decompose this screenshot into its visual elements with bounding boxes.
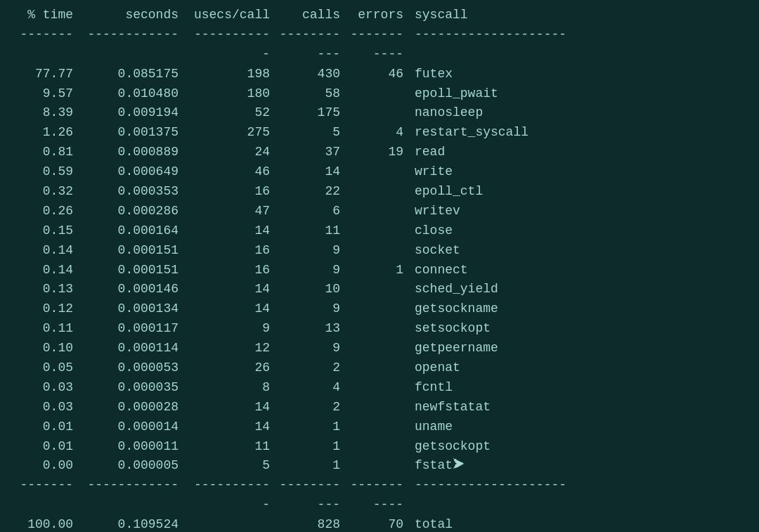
table-row: 9.57 0.010480 180 58 epoll_pwait — [11, 84, 748, 104]
cell-calls: 9 — [278, 241, 349, 261]
table-row: 0.81 0.000889 24 37 19 read — [11, 143, 748, 162]
cell-errors — [349, 437, 412, 457]
syscall-text: close — [415, 223, 453, 238]
cell-seconds: 0.000014 — [82, 417, 187, 437]
cell-syscall: fstat ⮞ — [412, 456, 748, 476]
table-row: 0.12 0.000134 14 9 getsockname — [11, 299, 748, 319]
cell-syscall: getsockopt — [412, 437, 748, 457]
cell-calls: 6 — [278, 202, 349, 221]
cell-syscall: futex — [412, 65, 748, 84]
cell-usecs: 26 — [187, 358, 278, 378]
cell-time: 0.14 — [11, 241, 82, 261]
header-syscall: syscall — [412, 6, 748, 25]
cell-time: 0.15 — [11, 221, 82, 241]
cell-usecs: 16 — [187, 261, 278, 280]
cell-usecs: 180 — [187, 84, 278, 104]
table-row: 8.39 0.009194 52 175 nanosleep — [11, 103, 748, 123]
cell-errors: 19 — [349, 143, 412, 162]
cell-calls: 430 — [278, 65, 349, 84]
table-row: 1.26 0.001375 275 5 4 restart_syscall — [11, 123, 748, 143]
cell-seconds: 0.000134 — [82, 299, 187, 319]
cell-errors — [349, 84, 412, 104]
cell-time: 0.01 — [11, 437, 82, 457]
cell-time: 9.57 — [11, 84, 82, 104]
table-row: 0.32 0.000353 16 22 epoll_ctl — [11, 182, 748, 202]
cell-usecs: 16 — [187, 182, 278, 202]
cell-errors — [349, 202, 412, 221]
cell-syscall: connect — [412, 261, 748, 280]
cell-errors — [349, 339, 412, 358]
table-row: 0.03 0.000028 14 2 newfstatat — [11, 398, 748, 417]
cell-syscall: openat — [412, 358, 748, 378]
cell-time: 0.14 — [11, 261, 82, 280]
cell-seconds: 0.010480 — [82, 84, 187, 104]
cell-time: 0.05 — [11, 358, 82, 378]
table-row: 0.59 0.000649 46 14 write — [11, 162, 748, 182]
total-time: 100.00 — [11, 515, 82, 532]
cell-seconds: 0.000649 — [82, 162, 187, 182]
cell-calls: 58 — [278, 84, 349, 104]
cell-calls: 13 — [278, 319, 349, 339]
divider-time: ------- — [11, 25, 82, 65]
cell-calls: 1 — [278, 417, 349, 437]
bottom-divider-syscall: -------------------- — [412, 476, 748, 515]
cell-errors: 46 — [349, 65, 412, 84]
table-row: 0.26 0.000286 47 6 writev — [11, 202, 748, 221]
cell-seconds: 0.000114 — [82, 339, 187, 358]
cell-calls: 5 — [278, 123, 349, 143]
cell-time: 77.77 — [11, 65, 82, 84]
cell-syscall: uname — [412, 417, 748, 437]
total-errors: 70 — [349, 515, 412, 532]
cell-syscall: sched_yield — [412, 280, 748, 299]
cell-errors — [349, 398, 412, 417]
cell-syscall: socket — [412, 241, 748, 261]
cell-errors — [349, 221, 412, 241]
cell-calls: 9 — [278, 299, 349, 319]
cell-calls: 1 — [278, 456, 349, 476]
top-divider: ------- ------------ ----------- -------… — [11, 25, 748, 65]
cell-seconds: 0.000011 — [82, 437, 187, 457]
cell-usecs: 14 — [187, 221, 278, 241]
cell-syscall: epoll_pwait — [412, 84, 748, 104]
divider-syscall: -------------------- — [412, 25, 748, 65]
divider-calls: ----------- — [278, 25, 349, 65]
cell-seconds: 0.000889 — [82, 143, 187, 162]
syscall-text: write — [415, 164, 453, 179]
cell-time: 0.81 — [11, 143, 82, 162]
cell-calls: 2 — [278, 358, 349, 378]
cell-syscall: close — [412, 221, 748, 241]
cell-calls: 2 — [278, 398, 349, 417]
syscall-text: writev — [415, 204, 460, 218]
total-row: 100.00 0.109524 828 70 total — [11, 515, 748, 532]
cell-syscall: write — [412, 162, 748, 182]
cell-usecs: 11 — [187, 437, 278, 457]
cell-time: 0.59 — [11, 162, 82, 182]
cell-usecs: 14 — [187, 280, 278, 299]
cell-usecs: 5 — [187, 456, 278, 476]
cell-seconds: 0.000286 — [82, 202, 187, 221]
cell-time: 0.03 — [11, 398, 82, 417]
cell-usecs: 275 — [187, 123, 278, 143]
table-row: 0.10 0.000114 12 9 getpeername — [11, 339, 748, 358]
bottom-divider: ------- ------------ ----------- -------… — [11, 476, 748, 515]
divider-errors: ----------- — [349, 25, 412, 65]
bottom-divider-time: ------- — [11, 476, 82, 515]
cell-errors: 4 — [349, 123, 412, 143]
syscall-text: setsockopt — [415, 321, 491, 335]
syscall-text: epoll_pwait — [415, 86, 498, 100]
table-row: 0.14 0.000151 16 9 socket — [11, 241, 748, 261]
divider-seconds: ------------ — [82, 25, 187, 65]
cell-time: 0.03 — [11, 378, 82, 398]
cell-errors — [349, 280, 412, 299]
cell-seconds: 0.000005 — [82, 456, 187, 476]
cell-errors — [349, 417, 412, 437]
bottom-divider-calls: ----------- — [278, 476, 349, 515]
cell-calls: 175 — [278, 103, 349, 123]
cell-errors — [349, 358, 412, 378]
cell-calls: 37 — [278, 143, 349, 162]
table-body: 77.77 0.085175 198 430 46 futex 9.57 0.0… — [11, 65, 748, 476]
cell-seconds: 0.000164 — [82, 221, 187, 241]
syscall-text: connect — [415, 263, 468, 277]
table-row: 0.00 0.000005 5 1 fstat ⮞ — [11, 456, 748, 476]
cell-calls: 10 — [278, 280, 349, 299]
